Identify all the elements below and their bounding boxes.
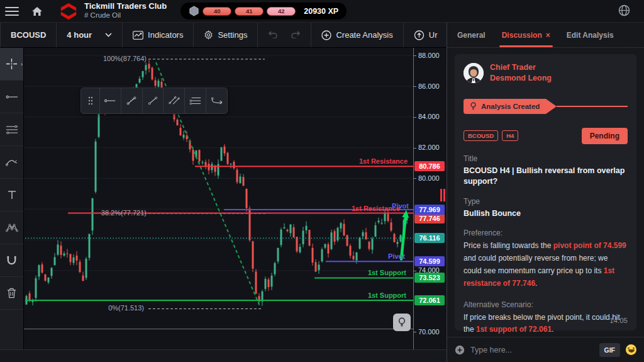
tab-close-icon[interactable]: × [546,31,550,40]
indicators-icon [133,31,143,40]
undo-icon[interactable] [268,30,278,40]
message-input-bar: GIF [447,337,644,362]
xp-level-40: 40 [203,7,231,16]
laughing-emoji-icon[interactable] [626,344,636,355]
undo-redo-group [258,23,311,47]
axis-tick [414,178,416,179]
drawing-toolbar: › [0,48,24,349]
axis-tick [414,271,416,271]
gear-icon [204,30,213,40]
author-role: Chief Trader [490,62,552,73]
chart-workspace: BCOUSD 4 hour Indicators Settings [0,23,447,362]
attach-plus-icon[interactable] [455,345,465,355]
axis-price-label: 82.000 [418,144,440,151]
globe-icon[interactable] [618,4,630,19]
tool-xabcd-pattern[interactable] [0,212,23,244]
gif-button[interactable]: GIF [599,343,621,357]
axis-tick [414,117,416,118]
channel-name: # Crude Oil [84,11,167,20]
float-tool-measured-line[interactable] [121,88,143,113]
title-label: Title [464,154,628,163]
timeframe-badge: H4 [502,130,518,141]
xp-meter[interactable]: 40 41 42 20930 XP [180,3,347,20]
xp-level-42: 42 [267,7,296,16]
float-tool-parallel-channel[interactable] [164,88,185,113]
axis-price-label: 88.000 [418,52,440,59]
alternative-label: Alternative Scenario: [464,300,628,309]
axis-badge-74.599: 74.599 [414,256,445,266]
upload-button[interactable]: Ur [404,23,447,47]
tool-expand-icon[interactable]: › [21,61,23,67]
axis-badge-72.061: 72.061 [414,295,445,305]
hexagon-icon [189,6,199,16]
alternative-text: If price breaks below the pivot point, i… [464,312,628,337]
message-timestamp: 14:05 [609,317,628,324]
timeframe-select[interactable]: 4 hour [57,23,123,47]
axis-price-label: 86.000 [418,82,440,90]
axis-badge-73.523: 73.523 [414,273,445,283]
symbol-badge: BCOUSD [464,130,498,141]
symbol-button[interactable]: BCOUSD [1,23,57,47]
tickmill-logo [59,2,78,21]
panel-resize-handle[interactable] [440,189,446,201]
upload-cloud-icon [414,30,425,40]
type-label: Type [464,197,628,206]
chart-toolbar: BCOUSD 4 hour Indicators Settings [0,23,447,48]
axis-price-label: 80.000 [418,174,440,182]
axis-badge-77.746: 77.746 [414,213,445,223]
analysis-panel: General Discussion × Edit Analysis Chief… [447,23,644,362]
preference-label: Preference: [464,229,628,237]
tool-fib-retracement[interactable] [0,113,23,146]
tool-text[interactable] [0,179,23,212]
axis-price-label: 70.000 [418,328,440,336]
discussion-body: Chief Trader Desmond Leong Analysis Crea… [447,48,644,337]
axis-badge-77.969: 77.969 [414,205,445,215]
float-tool-trend-line[interactable] [143,88,164,113]
avatar[interactable] [464,63,484,83]
tool-horizontal-ray[interactable] [0,81,23,113]
bottom-strip [0,349,447,362]
xp-level-41: 41 [235,7,264,16]
home-icon[interactable] [31,6,43,16]
float-tool-horizontal-ray[interactable] [100,88,121,113]
tab-general[interactable]: General [457,23,486,47]
redo-icon[interactable] [291,30,301,40]
analysis-created-banner: Analysis Created [464,99,628,114]
top-bar: Tickmill Traders Club # Crude Oil 40 41 … [0,0,644,23]
tool-trash[interactable] [0,277,23,310]
indicators-button[interactable]: Indicators [123,23,194,47]
axis-tick [414,86,416,87]
preference-text: Price is falling towards the pivot point… [464,240,628,290]
axis-tick [414,148,416,149]
floating-draw-toolbar [80,88,228,114]
settings-button[interactable]: Settings [194,23,258,47]
tool-curve[interactable] [0,146,23,179]
tab-discussion[interactable]: Discussion × [502,23,550,47]
panel-tabs: General Discussion × Edit Analysis [447,23,644,48]
chevron-down-icon [105,33,112,37]
xp-total: 20930 XP [304,7,338,16]
analysis-title: BCOUSD H4 | Bullish reversal from overla… [464,166,628,187]
club-title: Tickmill Traders Club [84,2,167,11]
drag-handle-icon[interactable] [81,88,100,113]
float-tool-curve[interactable] [206,88,227,113]
axis-badge-76.116: 76.116 [414,233,445,243]
create-analysis-button[interactable]: Create Analysis [311,23,403,47]
tool-crosshair[interactable]: › [0,48,23,81]
hamburger-menu-icon[interactable] [5,7,19,16]
lightbulb-button[interactable] [393,314,411,331]
author-name: Desmond Leong [490,73,552,84]
plus-circle-icon [321,30,331,40]
tool-magnet[interactable] [0,244,23,277]
axis-tick [414,332,416,332]
status-badge: Pending [582,128,628,144]
axis-tick [414,55,416,56]
tab-edit-analysis[interactable]: Edit Analysis [567,23,614,47]
float-tool-fib-lines[interactable] [185,88,206,113]
analysis-card: Chief Trader Desmond Leong Analysis Crea… [455,54,636,331]
axis-price-label: 84.000 [418,113,440,120]
lightbulb-icon [470,102,477,110]
trading-app: Tickmill Traders Club # Crude Oil 40 41 … [0,0,644,362]
message-input[interactable] [470,346,594,354]
analysis-type: Bullish Bounce [464,208,628,219]
